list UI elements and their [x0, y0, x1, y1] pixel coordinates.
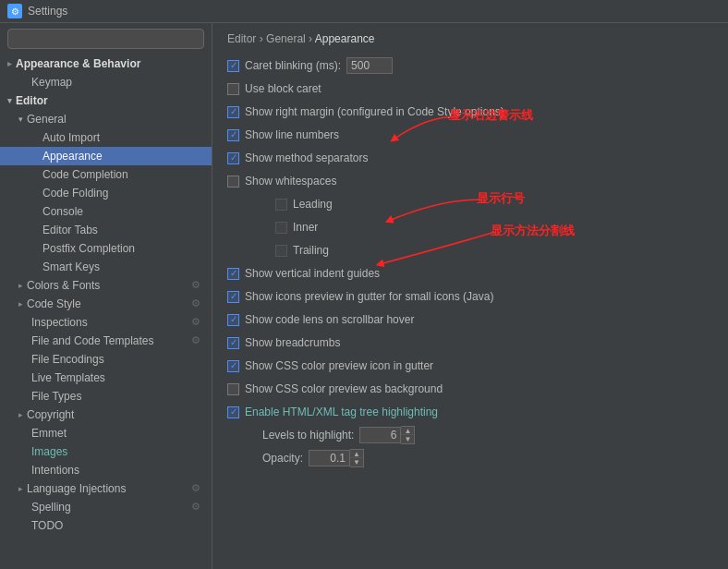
- sidebar-item-todo[interactable]: TODO: [0, 516, 212, 535]
- checkbox-enable-html-xml[interactable]: [227, 406, 239, 418]
- sidebar-label: Keymap: [31, 76, 72, 89]
- sidebar-item-spelling[interactable]: Spelling⚙: [0, 498, 212, 516]
- checkbox-show-css-color-preview[interactable]: [227, 360, 239, 372]
- sidebar-item-language-injections[interactable]: ▸Language Injections⚙: [0, 479, 212, 498]
- sidebar-item-emmet[interactable]: Emmet: [0, 424, 212, 442]
- sidebar-item-code-style[interactable]: ▸Code Style⚙: [0, 295, 212, 313]
- sidebar-item-colors-fonts[interactable]: ▸Colors & Fonts⚙: [0, 276, 212, 295]
- sidebar-item-appearance[interactable]: Appearance: [0, 147, 212, 165]
- checkbox-show-breadcrumbs[interactable]: [227, 337, 239, 349]
- label-show-css-color-preview: Show CSS color preview icon in gutter: [245, 359, 433, 372]
- checkbox-show-line-numbers[interactable]: [227, 129, 239, 141]
- checkbox-show-whitespaces[interactable]: [227, 176, 239, 188]
- breadcrumb-sep1: ›: [260, 32, 266, 45]
- label-show-breadcrumbs: Show breadcrumbs: [245, 336, 340, 349]
- checkbox-show-code-lens[interactable]: [227, 314, 239, 326]
- sidebar-item-file-code-templates[interactable]: File and Code Templates⚙: [0, 332, 212, 350]
- triangle-icon: ▾: [18, 115, 23, 124]
- sidebar-item-file-encodings[interactable]: File Encodings: [0, 350, 212, 369]
- breadcrumb-editor: Editor: [227, 32, 256, 45]
- checkbox-caret-blinking[interactable]: [227, 60, 239, 72]
- sidebar-item-general[interactable]: ▾General: [0, 110, 212, 128]
- sidebar-item-editor-tabs[interactable]: Editor Tabs: [0, 221, 212, 239]
- label-show-whitespaces: Show whitespaces: [245, 175, 336, 188]
- app-title: Settings: [28, 5, 67, 18]
- setting-row-show-whitespaces: Show whitespaces: [227, 172, 713, 190]
- sidebar-item-intentions[interactable]: Intentions: [0, 461, 212, 479]
- setting-row-show-css-color-preview: Show CSS color preview icon in gutter: [227, 357, 713, 375]
- main-container: ▸Appearance & BehaviorKeymap▾Editor▾Gene…: [0, 23, 728, 569]
- sidebar-items-container: ▸Appearance & BehaviorKeymap▾Editor▾Gene…: [0, 54, 212, 535]
- sidebar-label: Postfix Completion: [42, 242, 135, 255]
- sidebar-item-copyright[interactable]: ▸Copyright: [0, 406, 212, 424]
- gear-icon: ⚙: [191, 279, 204, 292]
- sidebar-label: Auto Import: [42, 131, 100, 144]
- spinner-down-levels-to-highlight[interactable]: ▼: [401, 435, 414, 443]
- checkbox-show-icons-preview[interactable]: [227, 291, 239, 303]
- checkbox-show-vertical-indent[interactable]: [227, 268, 239, 280]
- triangle-icon: ▸: [18, 281, 23, 290]
- checkbox-use-block-caret[interactable]: [227, 83, 239, 95]
- content-area: Editor › General › Appearance Caret blin…: [212, 23, 728, 569]
- sidebar-label: Smart Keys: [42, 260, 100, 273]
- triangle-icon: ▸: [18, 299, 23, 309]
- setting-row-levels-to-highlight: Levels to highlight: ▲ ▼: [227, 426, 713, 444]
- sidebar-item-images[interactable]: Images: [0, 442, 212, 461]
- label-levels-to-highlight: Levels to highlight:: [262, 429, 354, 442]
- sidebar-item-console[interactable]: Console: [0, 202, 212, 221]
- label-show-line-numbers: Show line numbers: [245, 128, 339, 141]
- checkbox-inner[interactable]: [275, 222, 287, 234]
- sidebar-item-live-templates[interactable]: Live Templates: [0, 369, 212, 387]
- spinner-input-opacity[interactable]: [309, 450, 350, 466]
- input-caret-blinking[interactable]: [346, 57, 393, 74]
- label-trailing: Trailing: [293, 244, 329, 257]
- checkbox-leading[interactable]: [275, 199, 287, 211]
- checkbox-show-method-separators[interactable]: [227, 152, 239, 164]
- spinner-up-opacity[interactable]: ▲: [350, 450, 363, 458]
- sidebar-item-auto-import[interactable]: Auto Import: [0, 128, 212, 147]
- search-input[interactable]: [7, 29, 204, 49]
- spinner-input-levels-to-highlight[interactable]: [359, 427, 401, 443]
- setting-row-leading: Leading: [227, 195, 713, 213]
- setting-row-show-line-numbers: Show line numbers: [227, 126, 713, 144]
- sidebar-item-keymap[interactable]: Keymap: [0, 73, 212, 91]
- sidebar-item-editor[interactable]: ▾Editor: [0, 91, 212, 110]
- setting-row-show-method-separators: Show method separators: [227, 149, 713, 167]
- sidebar-item-file-types[interactable]: File Types: [0, 387, 212, 406]
- label-show-vertical-indent: Show vertical indent guides: [245, 267, 380, 280]
- sidebar-item-postfix-completion[interactable]: Postfix Completion: [0, 239, 212, 258]
- label-leading: Leading: [293, 198, 333, 211]
- sidebar: ▸Appearance & BehaviorKeymap▾Editor▾Gene…: [0, 23, 212, 569]
- sidebar-label: Colors & Fonts: [27, 279, 100, 292]
- gear-icon: ⚙: [191, 501, 204, 514]
- sidebar-label: Appearance: [42, 150, 103, 163]
- sidebar-label: Editor: [16, 94, 48, 107]
- sidebar-item-smart-keys[interactable]: Smart Keys: [0, 258, 212, 276]
- setting-row-show-right-margin: Show right margin (configured in Code St…: [227, 103, 713, 121]
- sidebar-label: Code Completion: [42, 168, 128, 181]
- sidebar-item-appearance-behavior[interactable]: ▸Appearance & Behavior: [0, 54, 212, 73]
- setting-row-enable-html-xml: Enable HTML/XML tag tree highlighting: [227, 403, 713, 421]
- checkbox-trailing[interactable]: [275, 245, 287, 257]
- breadcrumb-appearance: Appearance: [315, 32, 375, 45]
- sidebar-label: Code Folding: [42, 187, 108, 200]
- triangle-icon: ▸: [7, 59, 12, 68]
- sidebar-item-code-completion[interactable]: Code Completion: [0, 165, 212, 184]
- label-show-css-color-background: Show CSS color preview as background: [245, 382, 443, 395]
- setting-row-show-breadcrumbs: Show breadcrumbs: [227, 333, 713, 352]
- label-use-block-caret: Use block caret: [245, 82, 322, 95]
- sidebar-label: Console: [42, 205, 83, 218]
- setting-row-inner: Inner: [227, 218, 713, 236]
- checkbox-show-css-color-background[interactable]: [227, 383, 239, 395]
- setting-row-show-css-color-background: Show CSS color preview as background: [227, 380, 713, 398]
- sidebar-label: Emmet: [31, 427, 67, 440]
- spinner-up-levels-to-highlight[interactable]: ▲: [401, 427, 414, 435]
- triangle-icon: ▾: [7, 96, 12, 105]
- spinner-down-opacity[interactable]: ▼: [350, 458, 363, 466]
- sidebar-item-inspections[interactable]: Inspections⚙: [0, 313, 212, 332]
- breadcrumb-general: General: [266, 32, 306, 45]
- settings-rows: Caret blinking (ms):Use block caretShow …: [227, 56, 713, 467]
- sidebar-item-code-folding[interactable]: Code Folding: [0, 184, 212, 202]
- checkbox-show-right-margin[interactable]: [227, 106, 239, 118]
- label-show-code-lens: Show code lens on scrollbar hover: [245, 313, 414, 326]
